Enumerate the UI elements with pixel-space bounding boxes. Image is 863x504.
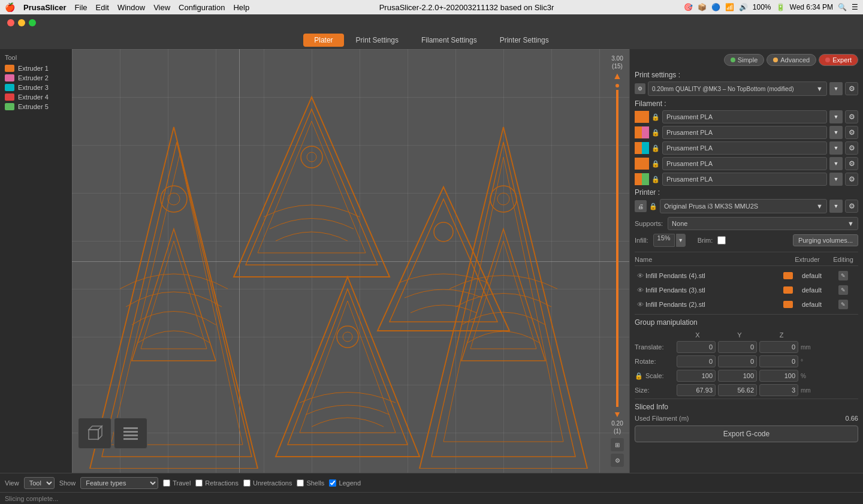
- filament-5-dropdown[interactable]: ▼: [829, 173, 843, 186]
- menu-window[interactable]: Window: [117, 3, 145, 12]
- tab-filament-settings[interactable]: Filament Settings: [411, 34, 488, 47]
- simple-label: Simple: [738, 56, 758, 64]
- extruder-2-item[interactable]: Extruder 2: [5, 74, 67, 82]
- printer-gear-button[interactable]: ⚙: [845, 200, 858, 213]
- obj-2-edit-icon[interactable]: ✎: [838, 285, 848, 295]
- size-z-input[interactable]: [759, 384, 798, 396]
- scale-x-input[interactable]: [677, 370, 716, 382]
- view-layers-button[interactable]: [114, 418, 147, 449]
- filament-1-gear[interactable]: ⚙: [845, 110, 858, 123]
- object-row-2[interactable]: 👁 Infill Pendants (3).stl default ✎: [635, 283, 858, 297]
- menu-file[interactable]: File: [75, 3, 87, 12]
- filament-2-gear[interactable]: ⚙: [845, 126, 858, 139]
- scale-z-input[interactable]: [759, 370, 798, 382]
- obj-1-edit-icon[interactable]: ✎: [838, 271, 848, 280]
- infill-percent-select[interactable]: 15% ▼: [653, 234, 686, 247]
- tab-plater[interactable]: Plater: [303, 34, 343, 47]
- rotate-z-input[interactable]: [759, 355, 798, 367]
- infill-value[interactable]: 15%: [653, 234, 675, 247]
- scale-y-input[interactable]: [718, 370, 757, 382]
- ruler-icon-1[interactable]: ⊞: [611, 438, 624, 451]
- printer-dropdown-arrow[interactable]: ▼: [829, 200, 843, 213]
- mode-advanced-button[interactable]: Advanced: [767, 54, 816, 66]
- retractions-checkbox[interactable]: [195, 479, 203, 487]
- window-minimize-button[interactable]: [18, 19, 25, 26]
- translate-x-input[interactable]: [677, 341, 716, 353]
- tab-printer-settings[interactable]: Printer Settings: [489, 34, 560, 47]
- filament-3-dropdown[interactable]: ▼: [829, 141, 843, 155]
- filament-4-name[interactable]: Prusament PLA: [662, 157, 827, 170]
- extruder-3-item[interactable]: Extruder 3: [5, 84, 67, 91]
- mode-expert-button[interactable]: Expert: [819, 54, 858, 66]
- print-dropdown-arrow[interactable]: ▼: [829, 82, 843, 95]
- extruder-5-item[interactable]: Extruder 5: [5, 103, 67, 110]
- fil-2-color-right: [642, 126, 649, 138]
- menu-view[interactable]: View: [153, 3, 170, 12]
- obj-3-eye-icon[interactable]: 👁: [635, 299, 645, 310]
- legend-checkbox-label[interactable]: Legend: [329, 479, 361, 487]
- extruder-1-label: Extruder 1: [18, 65, 49, 72]
- print-profile-select[interactable]: 0.20mm QUALITY @MK3 – No TopBottom (modi…: [648, 82, 827, 96]
- unretractions-checkbox[interactable]: [243, 479, 251, 487]
- scale-lock-icon[interactable]: 🔒: [635, 372, 643, 380]
- mode-simple-button[interactable]: Simple: [724, 54, 765, 66]
- travel-checkbox[interactable]: [163, 479, 170, 487]
- obj-2-eye-icon[interactable]: 👁: [635, 285, 645, 295]
- print-gear-button[interactable]: ⚙: [845, 82, 858, 95]
- shells-checkbox-label[interactable]: Shells: [297, 479, 324, 487]
- translate-y-input[interactable]: [718, 341, 757, 353]
- obj-2-edit[interactable]: ✎: [828, 285, 858, 295]
- viewport[interactable]: 3.00 (15) ▲ ▼ 0.20 (1) ⊞ ⚙: [72, 49, 629, 473]
- menu-configuration[interactable]: Configuration: [179, 3, 225, 12]
- obj-1-edit[interactable]: ✎: [828, 271, 858, 280]
- supports-select[interactable]: None ▼: [668, 217, 858, 230]
- filament-5-gear[interactable]: ⚙: [845, 173, 858, 186]
- rotate-y-input[interactable]: [718, 355, 757, 367]
- sys-icon-search[interactable]: 🔍: [838, 3, 847, 11]
- translate-z-input[interactable]: [759, 341, 798, 353]
- menu-edit[interactable]: Edit: [96, 3, 109, 12]
- retractions-checkbox-label[interactable]: Retractions: [195, 479, 239, 487]
- window-close-button[interactable]: [7, 19, 14, 26]
- tab-print-settings[interactable]: Print Settings: [345, 34, 409, 47]
- filament-3-gear[interactable]: ⚙: [845, 141, 858, 155]
- extruder-1-item[interactable]: Extruder 1: [5, 65, 67, 72]
- ruler-bottom-val: 0.20: [611, 420, 623, 427]
- filament-5-name[interactable]: Prusament PLA: [662, 173, 827, 186]
- menu-help[interactable]: Help: [233, 3, 249, 12]
- filament-1-dropdown[interactable]: ▼: [829, 110, 843, 123]
- ruler-icon-2[interactable]: ⚙: [611, 454, 624, 467]
- unretractions-checkbox-label[interactable]: Unretractions: [243, 479, 292, 487]
- sys-icon-menu[interactable]: ☰: [852, 3, 858, 11]
- show-select[interactable]: Feature types: [80, 477, 158, 489]
- object-row-3[interactable]: 👁 Infill Pendants (2).stl default ✎: [635, 297, 858, 312]
- size-y-input[interactable]: [718, 384, 757, 396]
- filament-4-dropdown[interactable]: ▼: [829, 157, 843, 170]
- infill-dropdown-arrow[interactable]: ▼: [676, 234, 686, 247]
- extruder-4-item[interactable]: Extruder 4: [5, 93, 67, 101]
- bottom-bar: View Tool Show Feature types Travel Retr…: [0, 473, 863, 492]
- view-3d-button[interactable]: [78, 418, 111, 449]
- rotate-x-input[interactable]: [677, 355, 716, 367]
- purging-volumes-button[interactable]: Purging volumes...: [793, 234, 858, 246]
- export-gcode-button[interactable]: Export G-code: [635, 425, 858, 442]
- brim-checkbox[interactable]: [717, 236, 726, 245]
- view-select[interactable]: Tool: [24, 477, 55, 489]
- filament-3-name[interactable]: Prusament PLA: [662, 141, 827, 155]
- printer-select[interactable]: Original Prusa i3 MK3S MMU2S ▼: [660, 199, 827, 213]
- filament-1-name[interactable]: Prusament PLA: [662, 110, 827, 123]
- svg-point-3: [161, 186, 187, 212]
- object-row-1[interactable]: 👁 Infill Pendants (4).stl default ✎: [635, 268, 858, 283]
- obj-3-edit-icon[interactable]: ✎: [838, 300, 848, 309]
- used-filament-row: Used Filament (m) 0.66: [635, 415, 858, 422]
- shells-checkbox[interactable]: [297, 479, 304, 487]
- filament-2-name[interactable]: Prusament PLA: [662, 126, 827, 139]
- filament-4-gear[interactable]: ⚙: [845, 157, 858, 170]
- obj-3-edit[interactable]: ✎: [828, 300, 858, 309]
- window-maximize-button[interactable]: [29, 19, 36, 26]
- obj-1-eye-icon[interactable]: 👁: [635, 270, 645, 281]
- legend-checkbox[interactable]: [329, 479, 336, 487]
- filament-2-dropdown[interactable]: ▼: [829, 126, 843, 139]
- travel-checkbox-label[interactable]: Travel: [163, 479, 191, 487]
- size-x-input[interactable]: [677, 384, 716, 396]
